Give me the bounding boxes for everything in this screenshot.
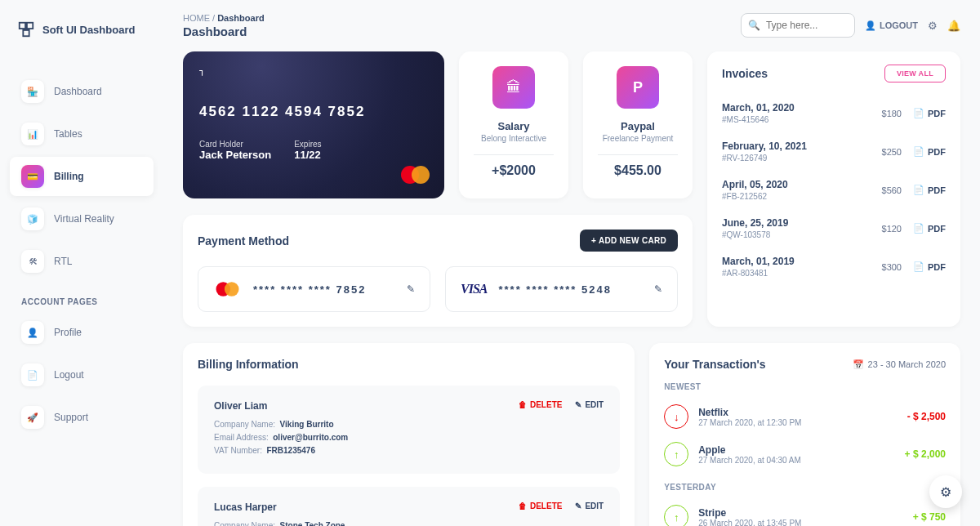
arrow-up-icon: ↑ (664, 442, 688, 466)
sidebar-item-profile[interactable]: 👤Profile (10, 313, 154, 352)
billing-card: Lucas Harper Company Name: Stone Tech Zo… (198, 487, 620, 526)
cube-icon: 🧊 (21, 207, 44, 230)
invoice-row: March, 01, 2020 #MS-415646 $180 📄PDF (722, 94, 946, 132)
credit-card-icon: 💳 (21, 165, 44, 188)
invoice-amount: $250 (882, 147, 902, 157)
sidebar-item-billing[interactable]: 💳Billing (10, 157, 154, 196)
calendar-icon: 📅 (853, 359, 864, 370)
card-expires: 11/22 (294, 149, 321, 161)
invoice-date: June, 25, 2019 (722, 217, 788, 229)
billing-card: Oliver Liam Company Name: Viking Burrito… (198, 386, 620, 474)
edit-button[interactable]: ✎EDIT (575, 501, 604, 510)
settings-fab[interactable]: ⚙ (929, 475, 962, 508)
invoices-title: Invoices (722, 67, 768, 80)
paypal-icon: P (617, 66, 659, 109)
settings-icon[interactable]: ⚙ (928, 20, 938, 32)
sidebar-item-vr[interactable]: 🧊Virtual Reality (10, 199, 154, 238)
user-icon: 👤 (21, 321, 44, 344)
billing-vat: VAT Number: FRB1235476 (214, 446, 348, 455)
edit-button[interactable]: ✎EDIT (575, 400, 604, 409)
card-number: 4562 1122 4594 7852 (199, 104, 428, 120)
app-name: Soft UI Dashboard (42, 24, 135, 36)
logo-icon (16, 20, 36, 39)
trash-icon: 🗑 (519, 400, 527, 409)
billing-email: Email Address: oliver@burrito.com (214, 433, 348, 442)
document-icon: 📄 (21, 363, 44, 386)
svg-rect-0 (20, 23, 25, 29)
sidebar-item-rtl[interactable]: 🛠RTL (10, 242, 154, 281)
sidebar-item-logout[interactable]: 📄Logout (10, 355, 154, 394)
sidebar-item-label: Virtual Reality (54, 213, 114, 225)
add-card-button[interactable]: + ADD NEW CARD (580, 230, 678, 252)
file-icon: 📄 (913, 146, 924, 157)
invoice-pdf-button[interactable]: 📄PDF (913, 261, 946, 272)
main: HOME / Dashboard Dashboard 🔍 👤LOGOUT ⚙ 🔔 (163, 0, 980, 526)
billing-name: Lucas Harper (214, 501, 363, 513)
mini-sub: Freelance Payment (603, 134, 674, 143)
sidebar-item-tables[interactable]: 📊Tables (10, 114, 154, 154)
breadcrumb: HOME / Dashboard (183, 13, 265, 23)
invoice-row: March, 01, 2019 #AR-803481 $300 📄PDF (722, 247, 946, 286)
mini-title: Paypal (621, 120, 655, 132)
invoice-amount: $120 (882, 224, 902, 234)
transaction-name: Apple (698, 444, 894, 456)
transaction-row: ↑ Apple 27 March 2020, at 04:30 AM + $ 2… (664, 435, 946, 473)
page-title: Dashboard (183, 25, 265, 38)
transaction-amount: - $ 2,500 (907, 411, 946, 422)
visa-icon: VISA (461, 282, 487, 296)
invoice-pdf-button[interactable]: 📄PDF (913, 108, 946, 118)
transaction-date: 26 March 2020, at 13:45 PM (698, 519, 902, 527)
sidebar-item-dashboard[interactable]: 🏪Dashboard (10, 72, 154, 111)
invoice-amount: $180 (882, 109, 902, 118)
transaction-date: 27 March 2020, at 12:30 PM (698, 418, 897, 427)
sidebar-item-label: Support (54, 412, 88, 423)
sidebar-item-label: Billing (54, 171, 84, 182)
transactions-section-yesterday: YESTERDAY (664, 483, 946, 492)
billing-company: Company Name: Stone Tech Zone (214, 521, 363, 526)
sidebar-item-label: Logout (54, 369, 84, 381)
view-all-button[interactable]: VIEW ALL (884, 65, 946, 82)
edit-icon[interactable]: ✎ (654, 283, 662, 295)
transaction-name: Stripe (698, 507, 902, 519)
invoice-id: #AR-803481 (722, 269, 795, 278)
credit-card: ⌐ 4562 1122 4594 7852 Card Holder Jack P… (183, 51, 444, 198)
invoice-id: #QW-103578 (722, 230, 788, 239)
logout-link[interactable]: 👤LOGOUT (865, 20, 918, 31)
delete-button[interactable]: 🗑DELETE (519, 400, 562, 409)
invoice-date: February, 10, 2021 (722, 140, 807, 152)
invoice-date: March, 01, 2020 (722, 102, 795, 114)
bell-icon[interactable]: 🔔 (947, 20, 960, 32)
invoice-date: April, 05, 2020 (722, 179, 788, 190)
logo[interactable]: Soft UI Dashboard (10, 20, 154, 56)
sidebar-item-label: Profile (54, 327, 82, 338)
arrow-up-icon: ↑ (664, 505, 688, 526)
payment-card-row: VISA **** **** **** 5248 ✎ (445, 266, 678, 312)
invoice-pdf-button[interactable]: 📄PDF (913, 146, 946, 157)
tools-icon: 🛠 (21, 250, 44, 273)
invoice-row: June, 25, 2019 #QW-103578 $120 📄PDF (722, 209, 946, 247)
card-expires-label: Expires (294, 140, 321, 149)
billing-company: Company Name: Viking Burrito (214, 420, 348, 429)
mastercard-icon (401, 166, 430, 184)
edit-icon[interactable]: ✎ (407, 283, 415, 295)
sidebar-item-support[interactable]: 🚀Support (10, 398, 154, 437)
invoice-row: February, 10, 2021 #RV-126749 $250 📄PDF (722, 132, 946, 171)
file-icon: 📄 (913, 185, 924, 195)
card-masked-number: **** **** **** 7852 (253, 283, 395, 296)
file-icon: 📄 (913, 261, 924, 272)
invoice-pdf-button[interactable]: 📄PDF (913, 185, 946, 195)
delete-button[interactable]: 🗑DELETE (519, 501, 562, 510)
breadcrumb-root[interactable]: HOME (183, 13, 210, 23)
svg-rect-2 (23, 30, 29, 36)
invoice-pdf-button[interactable]: 📄PDF (913, 223, 946, 234)
invoice-amount: $560 (882, 185, 902, 195)
payment-method-title: Payment Method (198, 234, 289, 247)
payment-card-row: **** **** **** 7852 ✎ (198, 266, 430, 312)
invoice-id: #RV-126749 (722, 154, 807, 163)
svg-rect-1 (27, 23, 33, 29)
invoice-row: April, 05, 2020 #FB-212562 $560 📄PDF (722, 171, 946, 209)
mini-amount: +$2000 (492, 163, 536, 178)
trash-icon: 🗑 (519, 501, 527, 510)
sidebar-item-label: Tables (54, 128, 82, 140)
billing-info-panel: Billing Information Oliver Liam Company … (183, 343, 635, 526)
